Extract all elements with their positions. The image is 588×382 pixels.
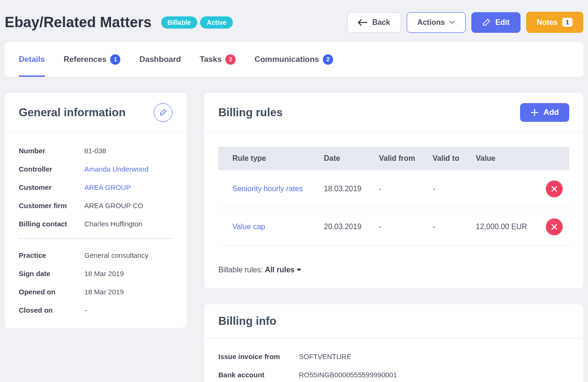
edit-button[interactable]: Edit [471, 12, 520, 33]
edit-label: Edit [495, 18, 509, 27]
cell-date: 20.03.2019 [317, 208, 372, 246]
info-value: Charles Huffington [84, 220, 142, 228]
info-value: SOFTVENTURE [299, 352, 351, 360]
info-row: Closed on - [19, 306, 172, 314]
actions-label: Actions [417, 18, 445, 27]
info-label: Closed on [19, 306, 84, 314]
info-value: AREA GROUP CO [84, 202, 143, 210]
billing-info-card: Billing info Issue invoice from SOFTVENT… [204, 304, 583, 382]
filter-label: Billable rules: [218, 266, 263, 274]
info-value: RO55INGB0000555599990001 [299, 371, 397, 379]
delete-rule-button[interactable] [546, 218, 563, 235]
col-valid-to: Valid to [426, 147, 469, 170]
add-rule-button[interactable]: Add [520, 103, 569, 122]
general-info-heading: General information [19, 106, 126, 119]
back-label: Back [372, 18, 390, 27]
cell-valid-to: - [426, 208, 469, 246]
cell-valid-to: - [426, 170, 469, 208]
info-row: Sign date 18 Mar 2019 [19, 270, 172, 277]
billing-rules-table: Rule type Date Valid from Valid to Value… [218, 147, 569, 246]
edit-icon [482, 18, 491, 27]
col-value: Value [469, 147, 539, 170]
actions-button[interactable]: Actions [407, 12, 466, 33]
tab-communications[interactable]: Communications 2 [254, 42, 333, 77]
page-header: Ebay/Related Matters Billable Active Bac… [5, 5, 583, 42]
close-icon [551, 186, 558, 192]
info-label: Practice [19, 251, 84, 259]
delete-rule-button[interactable] [546, 180, 563, 197]
cell-value [469, 170, 539, 208]
table-row: Seniority hourly rates 18.03.2019 - - [218, 170, 569, 208]
info-row: Customer AREA GROUP [19, 183, 172, 191]
billing-rules-card: Billing rules Add Rule type Date [204, 93, 583, 288]
notes-label: Notes [537, 18, 558, 27]
tab-label: Communications [254, 55, 319, 64]
tabs-bar: Details References 1 Dashboard Tasks 2 C… [5, 42, 583, 77]
info-label: Bank account [218, 371, 299, 379]
rules-filter: Billable rules: All rules [204, 260, 583, 288]
info-value: 18 Mar 2019 [84, 270, 124, 277]
notes-button[interactable]: Notes 1 [526, 12, 583, 33]
info-label: Opened on [19, 288, 84, 296]
info-label: Customer firm [19, 202, 84, 210]
rule-type-link[interactable]: Seniority hourly rates [232, 185, 303, 193]
info-value: 18 Mar 2019 [84, 288, 124, 296]
col-date: Date [317, 147, 372, 170]
info-label: Number [19, 147, 84, 155]
info-value: 81-038 [84, 147, 106, 155]
tab-badge: 1 [110, 54, 120, 65]
add-label: Add [543, 108, 559, 117]
edit-icon [159, 109, 167, 116]
tab-tasks[interactable]: Tasks 2 [200, 42, 236, 77]
tab-details[interactable]: Details [19, 42, 45, 77]
cell-valid-from: - [372, 208, 426, 246]
badge-active: Active [200, 16, 233, 29]
tab-label: Dashboard [139, 55, 181, 64]
arrow-left-icon [358, 19, 367, 26]
tab-label: Details [19, 55, 45, 64]
col-valid-from: Valid from [372, 147, 426, 170]
customer-link[interactable]: AREA GROUP [84, 183, 131, 191]
info-value: - [84, 306, 87, 314]
info-label: Customer [19, 183, 84, 191]
col-rule-type: Rule type [218, 147, 317, 170]
cell-valid-from: - [372, 170, 426, 208]
info-label: Controller [19, 165, 84, 173]
rules-filter-dropdown[interactable]: All rules [265, 266, 301, 274]
filter-value: All rules [265, 266, 295, 274]
info-label: Sign date [19, 270, 84, 277]
page-title: Ebay/Related Matters [5, 14, 152, 31]
tab-badge: 2 [225, 54, 236, 65]
info-label: Billing contact [19, 220, 84, 228]
billing-info-heading: Billing info [218, 315, 276, 328]
edit-general-button[interactable] [154, 103, 172, 122]
plus-icon [530, 108, 539, 117]
controller-link[interactable]: Amanda Underwood [84, 165, 149, 173]
tab-label: Tasks [200, 55, 222, 64]
close-icon [551, 224, 558, 230]
info-row: Customer firm AREA GROUP CO [19, 202, 172, 210]
info-row: Practice General consultancy [19, 251, 172, 259]
back-button[interactable]: Back [347, 12, 401, 33]
cell-value: 12,000.00 EUR [469, 208, 539, 246]
general-info-card: General information Number 81-038 Contro… [5, 93, 186, 328]
table-row: Value cap 20.03.2019 - - 12,000.00 EUR [218, 208, 569, 246]
notes-count: 1 [562, 18, 573, 27]
info-label: Issue invoice from [218, 352, 299, 360]
table-header-row: Rule type Date Valid from Valid to Value [218, 147, 569, 170]
cell-date: 18.03.2019 [317, 170, 372, 208]
badge-billable: Billable [161, 16, 198, 29]
info-row: Opened on 18 Mar 2019 [19, 288, 172, 296]
caret-down-icon [297, 269, 301, 271]
section-divider [19, 238, 172, 239]
info-row: Bank account RO55INGB0000555599990001 [218, 371, 569, 379]
billing-rules-heading: Billing rules [218, 106, 283, 119]
info-row: Controller Amanda Underwood [19, 165, 172, 173]
tab-references[interactable]: References 1 [64, 42, 121, 77]
info-value: General consultancy [84, 251, 149, 259]
info-row: Billing contact Charles Huffington [19, 220, 172, 228]
tab-label: References [64, 55, 107, 64]
tab-dashboard[interactable]: Dashboard [139, 42, 181, 77]
info-row: Number 81-038 [19, 147, 172, 155]
rule-type-link[interactable]: Value cap [232, 223, 265, 231]
